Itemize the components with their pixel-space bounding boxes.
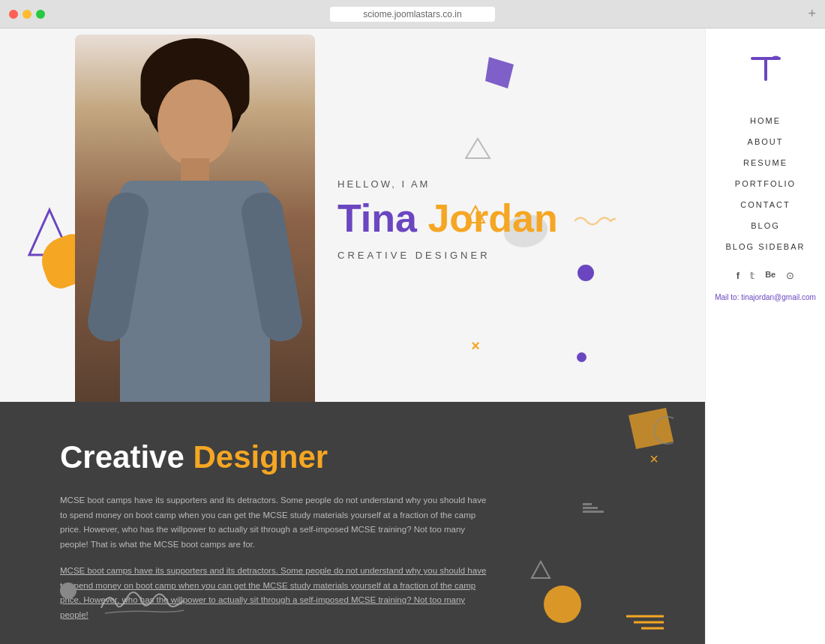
- logo: [748, 51, 784, 90]
- main-wrapper: ×: [0, 28, 825, 644]
- svg-marker-5: [628, 408, 674, 449]
- close-button[interactable]: ×: [650, 451, 658, 468]
- nav-portfolio[interactable]: PORTFOLIO: [706, 175, 825, 192]
- nav-about[interactable]: ABOUT: [706, 133, 825, 150]
- about-dot-decoration: [60, 583, 76, 599]
- nav-contact[interactable]: CONTACT: [706, 196, 825, 213]
- hero-last-name: Jordan: [428, 196, 557, 240]
- purple-dot-bottom-right: [577, 352, 586, 362]
- svg-rect-9: [583, 511, 604, 513]
- sidebar: HOME ABOUT RESUME PORTFOLIO CONTACT BLOG…: [705, 28, 825, 644]
- other-icon[interactable]: ⊙: [786, 270, 794, 281]
- hero-first-name: Tina: [338, 196, 417, 240]
- purple-chevron-top-right: [485, 57, 514, 91]
- purple-circle-right: [578, 265, 594, 281]
- about-orange-blob: [544, 586, 581, 623]
- twitter-icon[interactable]: 𝕥: [750, 270, 754, 281]
- mail-address[interactable]: tinajordan@gmail.com: [741, 293, 816, 301]
- behance-icon[interactable]: Be: [765, 270, 776, 281]
- hero-name: Tina Jordan: [338, 196, 616, 241]
- about-lines-br: [626, 613, 664, 638]
- about-stair-shape: [583, 488, 609, 517]
- hero-section: ×: [0, 28, 705, 402]
- content-area: ×: [0, 28, 705, 644]
- orange-x-shape: ×: [471, 337, 480, 355]
- social-icons: f 𝕥 Be ⊙: [736, 270, 794, 281]
- sidebar-mail: Mail to: tinajordan@gmail.com: [715, 293, 816, 301]
- logo-svg: [748, 51, 784, 87]
- svg-marker-4: [485, 57, 514, 88]
- nav-blog-sidebar[interactable]: BLOG SIDEBAR: [706, 238, 825, 255]
- about-section: × Creative Designer MCSE boot camps have…: [0, 402, 705, 644]
- about-heading-orange: Designer: [193, 439, 328, 475]
- nav-resume[interactable]: RESUME: [706, 154, 825, 171]
- hero-title: CREATIVE DESIGNER: [338, 250, 616, 261]
- sidebar-nav: HOME ABOUT RESUME PORTFOLIO CONTACT BLOG…: [706, 112, 825, 255]
- nav-home[interactable]: HOME: [706, 112, 825, 129]
- about-heading-white: Creative: [60, 439, 184, 475]
- hero-greeting: HELLOW, I AM: [338, 178, 616, 190]
- hero-text-block: HELLOW, I AM Tina Jordan CREATIVE DESIGN…: [338, 178, 616, 261]
- svg-marker-1: [29, 210, 70, 255]
- close-dot[interactable]: [9, 10, 18, 19]
- browser-chrome: sciome.joomlastars.co.in +: [0, 0, 825, 28]
- url-bar[interactable]: sciome.joomlastars.co.in: [330, 7, 495, 22]
- about-signature: [98, 582, 188, 623]
- new-tab-button[interactable]: +: [808, 6, 816, 22]
- facebook-icon[interactable]: f: [736, 270, 740, 281]
- mail-label: Mail to:: [715, 293, 739, 301]
- nav-blog[interactable]: BLOG: [706, 217, 825, 234]
- about-tri-bottom: [530, 560, 551, 583]
- about-deco-top-right: [628, 408, 674, 452]
- svg-rect-7: [583, 503, 592, 505]
- svg-marker-2: [466, 139, 490, 158]
- minimize-dot[interactable]: [22, 10, 32, 19]
- svg-rect-8: [583, 507, 598, 509]
- gray-triangle-right: [465, 137, 491, 163]
- about-paragraph-1: MCSE boot camps have its supporters and …: [60, 493, 495, 552]
- purple-outline-triangle: [26, 207, 73, 261]
- about-heading: Creative Designer: [60, 439, 660, 475]
- hero-person-image: [75, 34, 315, 402]
- maximize-dot[interactable]: [36, 10, 45, 19]
- browser-dots: [9, 10, 45, 19]
- svg-marker-10: [532, 562, 550, 578]
